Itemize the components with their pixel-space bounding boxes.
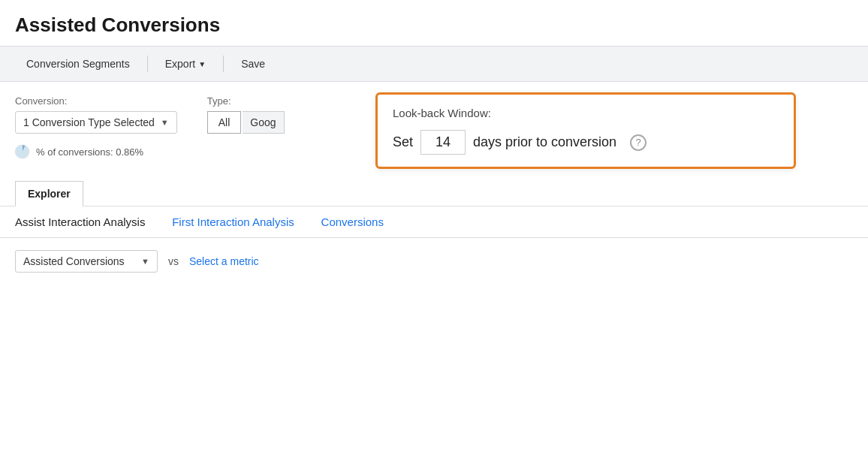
type-all-button[interactable]: All — [207, 111, 242, 134]
type-filter-group: Type: All Goog — [207, 95, 285, 134]
lookback-row: Set days prior to conversion ? — [393, 130, 779, 155]
select-metric-link[interactable]: Select a metric — [189, 255, 259, 267]
toolbar: Conversion Segments Export ▼ Save — [0, 46, 868, 82]
export-label: Export — [165, 58, 195, 70]
lookback-days-input[interactable] — [420, 130, 466, 155]
save-button[interactable]: Save — [230, 53, 276, 75]
metric-row: Assisted Conversions ▼ vs Select a metri… — [0, 238, 868, 285]
lookback-title: Look-back Window: — [393, 107, 779, 119]
export-button[interactable]: Export ▼ — [154, 53, 217, 75]
conversion-select[interactable]: 1 Conversion Type Selected ▼ — [15, 111, 177, 134]
page-title: Assisted Conversions — [15, 14, 853, 37]
assist-interaction-link[interactable]: Assist Interaction Analysis — [15, 215, 160, 228]
conversion-label: Conversion: — [15, 95, 177, 107]
lookback-set-label: Set — [393, 134, 413, 150]
conversion-info: % of conversions: 0.86% — [15, 144, 177, 159]
export-dropdown-arrow: ▼ — [198, 60, 206, 68]
separator-1 — [163, 216, 169, 228]
conversion-segments-button[interactable]: Conversion Segments — [15, 53, 141, 75]
lookback-days-suffix: days prior to conversion — [473, 134, 616, 150]
conversion-selected-text: 1 Conversion Type Selected — [23, 116, 155, 128]
type-google-button[interactable]: Goog — [243, 111, 284, 134]
analysis-row: Assist Interaction Analysis First Intera… — [0, 206, 868, 238]
first-interaction-link[interactable]: First Interaction Analysis — [172, 215, 309, 228]
toolbar-divider-2 — [223, 56, 224, 72]
lookback-window-box: Look-back Window: Set days prior to conv… — [375, 92, 796, 169]
conversions-link[interactable]: Conversions — [321, 215, 399, 228]
explorer-tabs: Explorer — [0, 167, 868, 206]
metric-select-arrow: ▼ — [141, 257, 149, 266]
page-header: Assisted Conversions — [0, 0, 868, 46]
conversion-pct-text: % of conversions: 0.86% — [36, 146, 143, 158]
vs-label: vs — [168, 255, 179, 267]
type-buttons: All Goog — [207, 111, 285, 134]
separator-2 — [312, 216, 318, 228]
metric-selected-text: Assisted Conversions — [23, 255, 135, 267]
tab-explorer[interactable]: Explorer — [15, 181, 83, 206]
metric-select[interactable]: Assisted Conversions ▼ — [15, 250, 158, 273]
type-label: Type: — [207, 95, 285, 107]
pie-chart-icon — [15, 144, 30, 159]
conversion-filter-group: Conversion: 1 Conversion Type Selected ▼… — [15, 95, 177, 159]
conversion-select-arrow: ▼ — [161, 118, 169, 127]
lookback-help-icon[interactable]: ? — [630, 134, 646, 151]
filter-row: Conversion: 1 Conversion Type Selected ▼… — [0, 82, 868, 167]
toolbar-divider — [147, 56, 148, 72]
